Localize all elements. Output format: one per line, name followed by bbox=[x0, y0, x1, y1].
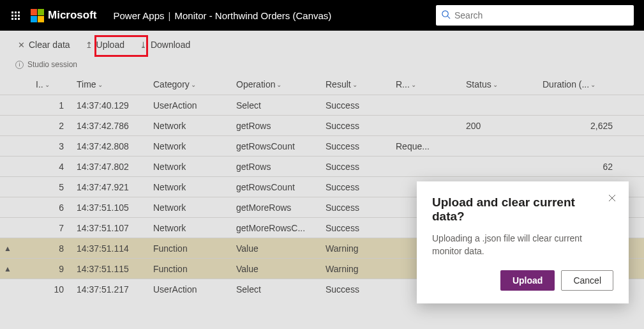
warning-icon: ▲ bbox=[0, 264, 32, 273]
session-label: Studio session bbox=[27, 60, 77, 69]
cell-result: Success bbox=[322, 121, 392, 131]
cell-operation: getRows bbox=[232, 162, 322, 172]
table-row[interactable]: 314:37:42.808NetworkgetRowsCountSuccessR… bbox=[0, 135, 644, 156]
chevron-down-icon: ⌄ bbox=[493, 81, 498, 88]
search-input[interactable] bbox=[451, 10, 629, 20]
cell-category: UserAction bbox=[149, 284, 232, 295]
cell-result: Warning bbox=[322, 264, 392, 274]
cell-result: Success bbox=[322, 223, 392, 233]
cell-id: 7 bbox=[32, 223, 73, 233]
chevron-down-icon: ⌄ bbox=[411, 81, 416, 88]
cell-category: Network bbox=[149, 182, 232, 192]
table-row[interactable]: 114:37:40.129UserActionSelectSuccess bbox=[0, 95, 644, 115]
chevron-down-icon: ⌄ bbox=[191, 81, 196, 88]
cell-time: 14:37:40.129 bbox=[73, 100, 149, 111]
cell-operation: getMoreRows bbox=[232, 203, 322, 213]
command-bar: ✕ Clear data ↥ Upload ⤓ Download bbox=[0, 31, 644, 59]
cell-id: 6 bbox=[32, 203, 73, 213]
cell-result: Success bbox=[322, 141, 392, 151]
cell-operation: getRowsCount bbox=[232, 141, 322, 151]
cell-id: 9 bbox=[32, 264, 73, 274]
download-label: Download bbox=[151, 40, 190, 50]
col-category[interactable]: Category⌄ bbox=[149, 79, 232, 89]
cell-time: 14:37:51.105 bbox=[73, 203, 149, 213]
cell-r: Reque... bbox=[392, 141, 462, 151]
col-status[interactable]: Status⌄ bbox=[462, 79, 539, 89]
upload-label: Upload bbox=[96, 40, 124, 50]
cell-result: Success bbox=[322, 182, 392, 192]
cell-time: 14:37:51.107 bbox=[73, 223, 149, 233]
cell-duration: 62 bbox=[539, 162, 622, 172]
session-bar: i Studio session bbox=[0, 59, 644, 74]
col-r[interactable]: R...⌄ bbox=[392, 79, 462, 89]
chevron-down-icon: ⌄ bbox=[98, 81, 103, 88]
warning-icon: ▲ bbox=[0, 244, 32, 253]
cell-duration: 2,625 bbox=[539, 121, 622, 131]
cell-time: 14:37:47.921 bbox=[73, 182, 149, 192]
dialog-title: Upload and clear current data? bbox=[432, 195, 613, 224]
cell-id: 1 bbox=[32, 100, 73, 111]
cell-operation: Select bbox=[232, 284, 322, 295]
cell-operation: Value bbox=[232, 243, 322, 254]
dialog-cancel-button[interactable]: Cancel bbox=[561, 270, 613, 291]
cell-id: 4 bbox=[32, 162, 73, 172]
cell-id: 10 bbox=[32, 284, 73, 295]
chevron-down-icon: ⌄ bbox=[590, 81, 595, 88]
cell-operation: getMoreRowsC... bbox=[232, 223, 322, 233]
clear-data-label: Clear data bbox=[29, 40, 70, 50]
upload-icon: ↥ bbox=[86, 40, 93, 50]
close-icon: ✕ bbox=[18, 40, 25, 50]
cell-status: 200 bbox=[462, 121, 539, 131]
cell-category: UserAction bbox=[149, 100, 232, 111]
cell-time: 14:37:51.217 bbox=[73, 284, 149, 295]
breadcrumb: Power Apps | Monitor - Northwind Orders … bbox=[114, 10, 332, 21]
cell-operation: Value bbox=[232, 264, 322, 274]
cell-time: 14:37:51.114 bbox=[73, 243, 149, 254]
breadcrumb-current: Monitor - Northwind Orders (Canvas) bbox=[174, 10, 331, 21]
clear-data-button[interactable]: ✕ Clear data bbox=[11, 37, 77, 52]
info-icon: i bbox=[15, 61, 24, 69]
cell-id: 8 bbox=[32, 243, 73, 254]
dialog-upload-button[interactable]: Upload bbox=[500, 270, 555, 291]
cell-time: 14:37:47.802 bbox=[73, 162, 149, 172]
cell-time: 14:37:51.115 bbox=[73, 264, 149, 274]
upload-confirm-dialog: Upload and clear current data? Uploading… bbox=[417, 181, 629, 303]
cell-time: 14:37:42.808 bbox=[73, 141, 149, 151]
cell-operation: getRows bbox=[232, 121, 322, 131]
cell-category: Network bbox=[149, 162, 232, 172]
cell-id: 3 bbox=[32, 141, 73, 151]
cell-id: 2 bbox=[32, 121, 73, 131]
search-box[interactable] bbox=[436, 5, 634, 26]
cell-time: 14:37:42.786 bbox=[73, 121, 149, 131]
cell-category: Network bbox=[149, 121, 232, 131]
dialog-close-button[interactable] bbox=[604, 190, 620, 206]
app-launcher-icon[interactable] bbox=[5, 0, 26, 31]
upload-button[interactable]: ↥ Upload bbox=[79, 37, 131, 52]
breadcrumb-separator: | bbox=[168, 10, 171, 21]
cell-result: Success bbox=[322, 284, 392, 295]
cell-result: Success bbox=[322, 203, 392, 213]
cell-result: Success bbox=[322, 100, 392, 111]
table-row[interactable]: 214:37:42.786NetworkgetRowsSuccess2002,6… bbox=[0, 115, 644, 135]
cell-category: Function bbox=[149, 264, 232, 274]
col-operation[interactable]: Operation⌄ bbox=[232, 79, 322, 89]
cell-category: Network bbox=[149, 223, 232, 233]
col-result[interactable]: Result⌄ bbox=[322, 79, 392, 89]
search-icon bbox=[441, 10, 451, 21]
cell-category: Network bbox=[149, 203, 232, 213]
chevron-down-icon: ⌄ bbox=[45, 81, 50, 88]
svg-point-0 bbox=[442, 11, 448, 17]
microsoft-logo: Microsoft bbox=[31, 9, 97, 22]
dialog-body: Uploading a .json file will clear curren… bbox=[432, 233, 613, 257]
table-row[interactable]: 414:37:47.802NetworkgetRowsSuccess62 bbox=[0, 156, 644, 176]
breadcrumb-root[interactable]: Power Apps bbox=[114, 10, 165, 21]
brand-text: Microsoft bbox=[48, 9, 97, 22]
app-header: Microsoft Power Apps | Monitor - Northwi… bbox=[0, 0, 644, 31]
col-id[interactable]: I..⌄ bbox=[32, 79, 73, 89]
download-button[interactable]: ⤓ Download bbox=[133, 37, 197, 52]
col-duration[interactable]: Duration (...⌄ bbox=[539, 79, 622, 89]
cell-category: Network bbox=[149, 141, 232, 151]
cell-operation: Select bbox=[232, 100, 322, 111]
col-time[interactable]: Time⌄ bbox=[73, 79, 149, 89]
cell-category: Function bbox=[149, 243, 232, 254]
